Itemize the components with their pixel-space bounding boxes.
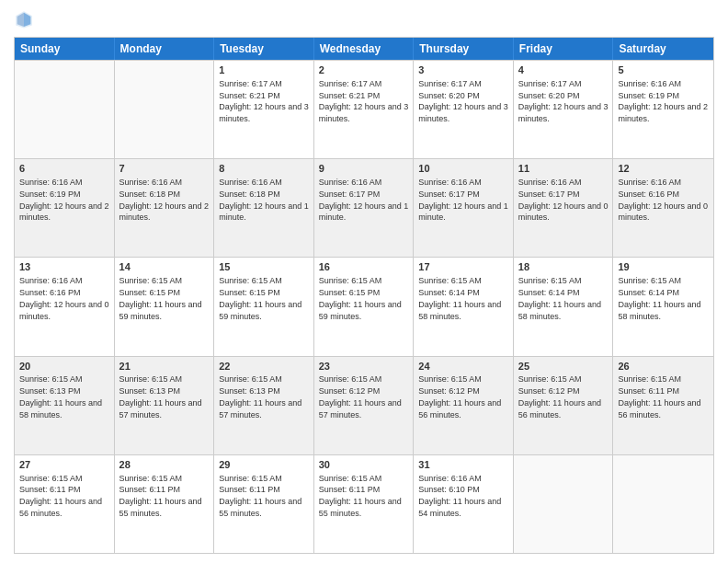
- calendar-body: 1Sunrise: 6:17 AM Sunset: 6:21 PM Daylig…: [15, 60, 713, 553]
- day-info: Sunrise: 6:17 AM Sunset: 6:21 PM Dayligh…: [319, 79, 409, 123]
- cal-cell: 16Sunrise: 6:15 AM Sunset: 6:15 PM Dayli…: [314, 258, 415, 355]
- day-number: 3: [418, 63, 508, 77]
- day-info: Sunrise: 6:15 AM Sunset: 6:12 PM Dayligh…: [518, 374, 601, 419]
- cal-cell: 29Sunrise: 6:15 AM Sunset: 6:11 PM Dayli…: [214, 455, 314, 553]
- day-info: Sunrise: 6:15 AM Sunset: 6:15 PM Dayligh…: [319, 276, 402, 320]
- cal-cell: 11Sunrise: 6:16 AM Sunset: 6:17 PM Dayli…: [514, 159, 614, 257]
- day-info: Sunrise: 6:15 AM Sunset: 6:11 PM Dayligh…: [618, 374, 700, 419]
- calendar-header-row: SundayMondayTuesdayWednesdayThursdayFrid…: [15, 38, 713, 60]
- cal-week-3: 20Sunrise: 6:15 AM Sunset: 6:13 PM Dayli…: [15, 356, 713, 454]
- cal-cell: 15Sunrise: 6:15 AM Sunset: 6:15 PM Dayli…: [214, 258, 314, 355]
- cal-cell: 26Sunrise: 6:15 AM Sunset: 6:11 PM Dayli…: [613, 357, 713, 454]
- cal-cell: 4Sunrise: 6:17 AM Sunset: 6:20 PM Daylig…: [514, 61, 614, 158]
- cal-header-thursday: Thursday: [414, 38, 514, 60]
- day-info: Sunrise: 6:15 AM Sunset: 6:11 PM Dayligh…: [119, 474, 202, 518]
- day-number: 8: [219, 162, 309, 176]
- cal-week-2: 13Sunrise: 6:16 AM Sunset: 6:16 PM Dayli…: [15, 257, 713, 355]
- day-info: Sunrise: 6:15 AM Sunset: 6:12 PM Dayligh…: [418, 374, 501, 419]
- day-info: Sunrise: 6:15 AM Sunset: 6:13 PM Dayligh…: [119, 374, 202, 419]
- day-number: 29: [219, 458, 309, 472]
- day-number: 27: [19, 458, 109, 472]
- day-number: 26: [618, 360, 709, 373]
- cal-cell: 21Sunrise: 6:15 AM Sunset: 6:13 PM Dayli…: [115, 357, 215, 454]
- day-info: Sunrise: 6:16 AM Sunset: 6:18 PM Dayligh…: [219, 178, 309, 222]
- cal-cell: 20Sunrise: 6:15 AM Sunset: 6:13 PM Dayli…: [15, 357, 115, 454]
- cal-cell: 9Sunrise: 6:16 AM Sunset: 6:17 PM Daylig…: [314, 159, 415, 257]
- day-number: 15: [219, 260, 309, 274]
- cal-cell: 1Sunrise: 6:17 AM Sunset: 6:21 PM Daylig…: [214, 61, 314, 158]
- cal-week-1: 6Sunrise: 6:16 AM Sunset: 6:19 PM Daylig…: [15, 158, 713, 257]
- cal-cell: 2Sunrise: 6:17 AM Sunset: 6:21 PM Daylig…: [314, 61, 415, 158]
- cal-cell: 10Sunrise: 6:16 AM Sunset: 6:17 PM Dayli…: [414, 159, 514, 257]
- cal-cell: 18Sunrise: 6:15 AM Sunset: 6:14 PM Dayli…: [514, 258, 614, 355]
- day-info: Sunrise: 6:16 AM Sunset: 6:17 PM Dayligh…: [418, 178, 508, 222]
- cal-cell: 19Sunrise: 6:15 AM Sunset: 6:14 PM Dayli…: [613, 258, 713, 355]
- cal-header-monday: Monday: [115, 38, 215, 60]
- day-number: 28: [119, 458, 210, 472]
- cal-cell: 22Sunrise: 6:15 AM Sunset: 6:13 PM Dayli…: [214, 357, 314, 454]
- cal-cell: [613, 455, 713, 553]
- day-number: 7: [119, 162, 210, 176]
- day-info: Sunrise: 6:15 AM Sunset: 6:14 PM Dayligh…: [418, 276, 501, 320]
- cal-cell: 12Sunrise: 6:16 AM Sunset: 6:16 PM Dayli…: [613, 159, 713, 257]
- cal-cell: 17Sunrise: 6:15 AM Sunset: 6:14 PM Dayli…: [414, 258, 514, 355]
- day-info: Sunrise: 6:16 AM Sunset: 6:17 PM Dayligh…: [319, 178, 409, 222]
- day-info: Sunrise: 6:17 AM Sunset: 6:20 PM Dayligh…: [418, 79, 508, 123]
- day-info: Sunrise: 6:16 AM Sunset: 6:18 PM Dayligh…: [119, 178, 210, 222]
- day-number: 17: [418, 260, 508, 274]
- day-info: Sunrise: 6:15 AM Sunset: 6:14 PM Dayligh…: [618, 276, 700, 320]
- calendar: SundayMondayTuesdayWednesdayThursdayFrid…: [14, 37, 714, 554]
- cal-cell: 5Sunrise: 6:16 AM Sunset: 6:19 PM Daylig…: [613, 61, 713, 158]
- day-info: Sunrise: 6:17 AM Sunset: 6:21 PM Dayligh…: [219, 79, 309, 123]
- cal-cell: 6Sunrise: 6:16 AM Sunset: 6:19 PM Daylig…: [15, 159, 115, 257]
- day-info: Sunrise: 6:15 AM Sunset: 6:14 PM Dayligh…: [518, 276, 601, 320]
- day-number: 18: [518, 260, 609, 274]
- cal-cell: 14Sunrise: 6:15 AM Sunset: 6:15 PM Dayli…: [115, 258, 215, 355]
- cal-week-4: 27Sunrise: 6:15 AM Sunset: 6:11 PM Dayli…: [15, 454, 713, 553]
- day-info: Sunrise: 6:15 AM Sunset: 6:11 PM Dayligh…: [19, 474, 102, 518]
- day-number: 23: [319, 360, 409, 373]
- day-number: 20: [19, 360, 109, 373]
- cal-cell: 13Sunrise: 6:16 AM Sunset: 6:16 PM Dayli…: [15, 258, 115, 355]
- cal-header-sunday: Sunday: [15, 38, 115, 60]
- day-info: Sunrise: 6:15 AM Sunset: 6:15 PM Dayligh…: [119, 276, 202, 320]
- day-number: 9: [319, 162, 409, 176]
- day-info: Sunrise: 6:16 AM Sunset: 6:16 PM Dayligh…: [618, 178, 708, 222]
- logo: [14, 9, 37, 29]
- day-number: 5: [618, 63, 709, 77]
- cal-header-wednesday: Wednesday: [314, 38, 415, 60]
- page: SundayMondayTuesdayWednesdayThursdayFrid…: [0, 0, 728, 563]
- day-info: Sunrise: 6:15 AM Sunset: 6:11 PM Dayligh…: [319, 474, 402, 518]
- day-number: 2: [319, 63, 409, 77]
- cal-cell: 3Sunrise: 6:17 AM Sunset: 6:20 PM Daylig…: [414, 61, 514, 158]
- day-number: 25: [518, 360, 609, 373]
- day-number: 4: [518, 63, 609, 77]
- day-info: Sunrise: 6:16 AM Sunset: 6:10 PM Dayligh…: [418, 474, 501, 518]
- cal-cell: 27Sunrise: 6:15 AM Sunset: 6:11 PM Dayli…: [15, 455, 115, 553]
- day-number: 11: [518, 162, 609, 176]
- cal-cell: 31Sunrise: 6:16 AM Sunset: 6:10 PM Dayli…: [414, 455, 514, 553]
- day-number: 19: [618, 260, 709, 274]
- cal-cell: 8Sunrise: 6:16 AM Sunset: 6:18 PM Daylig…: [214, 159, 314, 257]
- day-number: 31: [418, 458, 508, 472]
- day-info: Sunrise: 6:15 AM Sunset: 6:13 PM Dayligh…: [19, 374, 102, 419]
- cal-cell: [15, 61, 115, 158]
- day-number: 13: [19, 260, 109, 274]
- day-info: Sunrise: 6:15 AM Sunset: 6:15 PM Dayligh…: [219, 276, 301, 320]
- cal-cell: [514, 455, 614, 553]
- day-number: 22: [219, 360, 309, 373]
- day-number: 30: [319, 458, 409, 472]
- day-number: 14: [119, 260, 210, 274]
- logo-icon: [14, 9, 34, 29]
- cal-header-friday: Friday: [514, 38, 614, 60]
- cal-header-saturday: Saturday: [613, 38, 713, 60]
- day-number: 12: [618, 162, 709, 176]
- day-number: 6: [19, 162, 109, 176]
- day-info: Sunrise: 6:16 AM Sunset: 6:17 PM Dayligh…: [518, 178, 609, 222]
- day-number: 16: [319, 260, 409, 274]
- day-info: Sunrise: 6:15 AM Sunset: 6:11 PM Dayligh…: [219, 474, 301, 518]
- day-number: 21: [119, 360, 210, 373]
- day-info: Sunrise: 6:15 AM Sunset: 6:13 PM Dayligh…: [219, 374, 301, 419]
- cal-cell: 25Sunrise: 6:15 AM Sunset: 6:12 PM Dayli…: [514, 357, 614, 454]
- cal-cell: [115, 61, 215, 158]
